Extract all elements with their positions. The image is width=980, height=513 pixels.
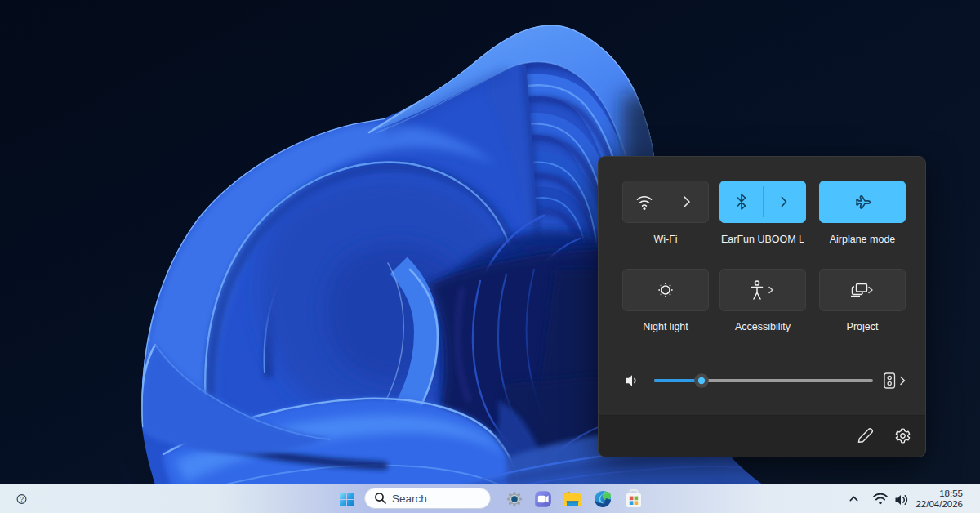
svg-text:?: ? <box>20 495 24 503</box>
